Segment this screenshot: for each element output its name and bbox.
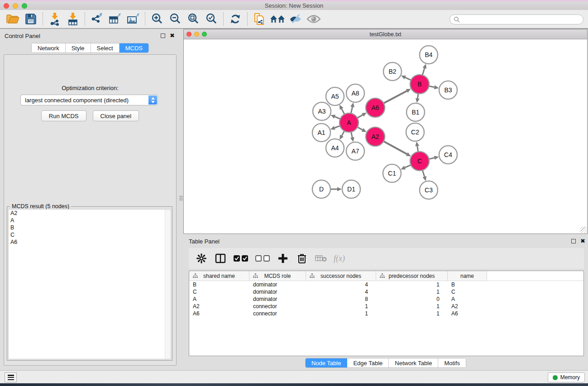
graph-node-A5[interactable]: A5 — [326, 87, 344, 105]
table-cell[interactable]: A2 — [189, 303, 249, 310]
zoom-view-icon[interactable] — [202, 32, 207, 37]
export-table-icon[interactable] — [106, 11, 124, 27]
hide-panels-icon[interactable] — [287, 11, 305, 27]
graph-node-A6[interactable]: A6 — [366, 98, 385, 117]
gear-icon[interactable] — [195, 252, 208, 265]
table-cell[interactable]: 1 — [376, 281, 448, 288]
column-header[interactable]: shared name — [189, 271, 249, 281]
tab-edge-table[interactable]: Edge Table — [347, 358, 389, 367]
add-column-icon[interactable] — [277, 252, 289, 265]
zoom-out-icon[interactable] — [166, 11, 184, 27]
table-cell[interactable]: B — [448, 281, 487, 288]
table-cell[interactable]: dominator — [249, 281, 306, 288]
float-panel-icon[interactable] — [161, 33, 165, 38]
result-item[interactable]: C — [9, 231, 171, 238]
graph-node-B3[interactable]: B3 — [439, 81, 457, 99]
resize-grip-icon[interactable] — [580, 227, 587, 233]
search-input[interactable] — [462, 15, 583, 24]
result-item[interactable]: B — [9, 224, 171, 231]
panel-divider-handle[interactable] — [179, 194, 183, 203]
graph-node-C1[interactable]: C1 — [383, 164, 401, 182]
export-image-icon[interactable] — [124, 11, 142, 27]
table-cell[interactable]: dominator — [249, 288, 306, 295]
graph-edge[interactable] — [383, 91, 407, 104]
tab-style[interactable]: Style — [66, 43, 91, 52]
result-item[interactable]: A — [9, 217, 171, 224]
graph-node-A2[interactable]: A2 — [366, 127, 385, 146]
table-cell[interactable]: 1 — [376, 310, 448, 317]
column-header[interactable]: MCDS role — [249, 271, 306, 281]
table-row[interactable]: A6connector11A6 — [189, 310, 583, 317]
search-field[interactable] — [449, 14, 583, 24]
delete-table-icon[interactable] — [315, 252, 327, 265]
table-cell[interactable]: connector — [249, 303, 306, 310]
import-network-icon[interactable] — [46, 11, 64, 27]
refresh-icon[interactable] — [226, 11, 244, 27]
open-file-icon[interactable] — [4, 11, 22, 27]
table-cell[interactable]: 4 — [306, 281, 376, 288]
unchecked-columns-icon[interactable] — [255, 252, 270, 265]
graph-node-C3[interactable]: C3 — [420, 181, 438, 199]
tab-mcds[interactable]: MCDS — [120, 43, 148, 52]
zoom-selected-icon[interactable] — [202, 11, 220, 27]
table-cell[interactable]: 0 — [376, 295, 448, 303]
delete-column-icon[interactable] — [296, 252, 308, 265]
save-session-icon[interactable] — [22, 11, 40, 27]
table-cell[interactable]: B — [189, 281, 249, 288]
result-item[interactable]: A2 — [9, 210, 171, 217]
task-history-button[interactable] — [5, 372, 17, 382]
table-cell[interactable]: 1 — [306, 310, 376, 317]
checked-columns-icon[interactable] — [233, 252, 249, 265]
table-cell[interactable]: 1 — [306, 303, 376, 310]
table-cell[interactable]: A6 — [189, 310, 249, 317]
close-panel-icon[interactable]: ✖ — [170, 33, 175, 38]
table-cell[interactable]: 8 — [306, 295, 376, 303]
memory-button[interactable]: Memory — [548, 372, 585, 382]
table-cell[interactable]: C — [448, 288, 487, 295]
home-views-icon[interactable] — [268, 11, 287, 27]
zoom-fit-icon[interactable] — [184, 11, 202, 27]
zoom-window-icon[interactable] — [22, 3, 27, 9]
table-cell[interactable]: A — [448, 295, 487, 303]
tab-node-table[interactable]: Node Table — [306, 358, 348, 367]
table-row[interactable]: Bdominator41B — [189, 281, 583, 288]
graph-node-C4[interactable]: C4 — [439, 146, 457, 164]
table-cell[interactable]: A — [189, 295, 249, 303]
duplicate-network-icon[interactable] — [250, 11, 268, 27]
tab-network[interactable]: Network — [32, 43, 66, 52]
graph-node-A8[interactable]: A8 — [346, 84, 364, 102]
graph-node-B1[interactable]: B1 — [406, 103, 425, 121]
graph-node-A1[interactable]: A1 — [312, 124, 330, 142]
table-cell[interactable]: 4 — [306, 288, 376, 295]
table-cell[interactable]: A2 — [448, 303, 487, 310]
column-header[interactable]: predecessor nodes — [376, 271, 448, 281]
graph-node-D[interactable]: D — [312, 180, 330, 198]
table-cell[interactable]: 1 — [376, 288, 448, 295]
minimize-view-icon[interactable] — [194, 32, 199, 37]
column-header[interactable]: name — [448, 271, 487, 281]
graph-node-D1[interactable]: D1 — [342, 180, 360, 198]
graph-node-C[interactable]: C — [410, 152, 429, 171]
import-table-icon[interactable] — [64, 11, 82, 27]
table-row[interactable]: Cdominator41C — [189, 288, 583, 295]
zoom-in-icon[interactable] — [148, 11, 166, 27]
close-window-icon[interactable] — [4, 3, 9, 9]
table-cell[interactable]: dominator — [249, 295, 306, 303]
close-table-panel-icon[interactable]: ✖ — [580, 239, 585, 243]
table-row[interactable]: Adominator80A — [189, 295, 583, 303]
graph-node-A3[interactable]: A3 — [313, 102, 331, 120]
split-view-icon[interactable] — [214, 252, 227, 265]
tab-motifs[interactable]: Motifs — [438, 358, 466, 367]
graph-node-A[interactable]: A — [339, 113, 359, 132]
column-header[interactable]: successor nodes — [306, 271, 376, 281]
float-table-panel-icon[interactable] — [571, 239, 576, 243]
criterion-dropdown[interactable]: largest connected component (directed) — [20, 95, 158, 105]
graph-node-C2[interactable]: C2 — [406, 123, 424, 141]
minimize-window-icon[interactable] — [13, 3, 18, 9]
mcds-result-list[interactable]: A2ABCA6 — [8, 209, 171, 359]
export-network-icon[interactable] — [88, 11, 106, 27]
graph-node-A7[interactable]: A7 — [346, 142, 364, 160]
table-row[interactable]: A2connector11A2 — [189, 303, 583, 310]
node-table[interactable]: shared nameMCDS rolesuccessor nodesprede… — [189, 271, 584, 356]
result-scrollbar[interactable] — [165, 210, 171, 359]
